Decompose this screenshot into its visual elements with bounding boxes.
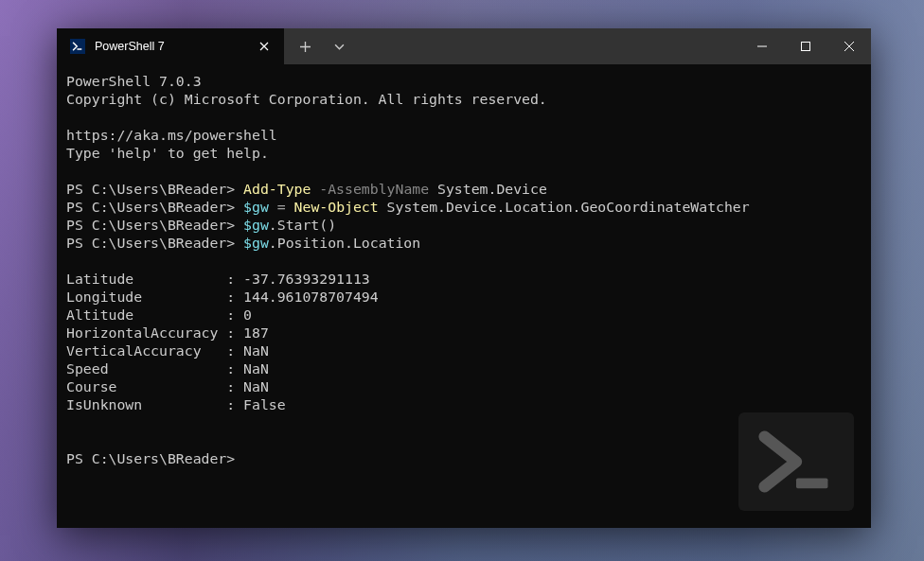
argument: System.Device.Location.GeoCoordinateWatc…	[387, 199, 750, 215]
new-tab-button[interactable]	[288, 28, 322, 64]
tab-powershell[interactable]: PowerShell 7	[57, 28, 284, 64]
prompt-text: PS C:\Users\BReader>	[66, 181, 235, 197]
window-controls	[740, 28, 871, 64]
powershell-logo-icon	[738, 412, 854, 511]
parameter: -AssemblyName	[319, 181, 429, 197]
method-call: .Start()	[269, 217, 336, 233]
command-line: PS C:\Users\BReader> $gw.Position.Locati…	[66, 234, 862, 252]
help-line: Type 'help' to get help.	[66, 144, 862, 162]
prompt-text: PS C:\Users\BReader>	[66, 450, 235, 466]
variable: $gw	[243, 217, 269, 233]
output-line: VerticalAccuracy : NaN	[66, 342, 862, 359]
svg-rect-0	[802, 43, 810, 51]
url-line: https://aka.ms/powershell	[66, 126, 862, 144]
titlebar[interactable]: PowerShell 7	[57, 28, 871, 64]
tab-actions	[284, 28, 356, 64]
cmdlet: New-Object	[294, 199, 379, 215]
version-line: PowerShell 7.0.3	[66, 72, 862, 90]
property-access: .Position.Location	[269, 235, 420, 251]
blank-line	[66, 108, 862, 126]
command-line: PS C:\Users\BReader> Add-Type -AssemblyN…	[66, 180, 862, 198]
titlebar-drag-region[interactable]	[356, 28, 740, 64]
variable: $gw	[243, 235, 269, 251]
maximize-button[interactable]	[784, 28, 827, 64]
svg-rect-1	[796, 479, 827, 489]
terminal-window: PowerShell 7 PowerShe	[57, 28, 871, 528]
cmdlet: Add-Type	[243, 181, 311, 197]
prompt-text: PS C:\Users\BReader>	[66, 217, 235, 233]
operator: =	[277, 199, 286, 215]
output-line: Speed : NaN	[66, 359, 862, 377]
prompt-text: PS C:\Users\BReader>	[66, 199, 235, 215]
blank-line	[66, 252, 862, 270]
tab-title: PowerShell 7	[95, 40, 244, 53]
variable: $gw	[243, 199, 269, 215]
output-line: Course : NaN	[66, 377, 862, 395]
terminal-body[interactable]: PowerShell 7.0.3 Copyright (c) Microsoft…	[57, 64, 871, 528]
output-line: Longitude : 144.961078707494	[66, 288, 862, 306]
powershell-icon	[70, 39, 85, 54]
output-line: Altitude : 0	[66, 306, 862, 324]
command-line: PS C:\Users\BReader> $gw = New-Object Sy…	[66, 198, 862, 216]
close-tab-button[interactable]	[254, 36, 275, 57]
copyright-line: Copyright (c) Microsoft Corporation. All…	[66, 90, 862, 108]
blank-line	[66, 162, 862, 180]
prompt-text: PS C:\Users\BReader>	[66, 235, 235, 251]
minimize-button[interactable]	[740, 28, 784, 64]
close-window-button[interactable]	[827, 28, 871, 64]
output-line: IsUnknown : False	[66, 395, 862, 413]
argument: System.Device	[437, 181, 547, 197]
command-line: PS C:\Users\BReader> $gw.Start()	[66, 216, 862, 234]
output-line: Latitude : -37.76393291113	[66, 270, 862, 288]
output-line: HorizontalAccuracy : 187	[66, 324, 862, 342]
tab-dropdown-button[interactable]	[322, 28, 356, 64]
